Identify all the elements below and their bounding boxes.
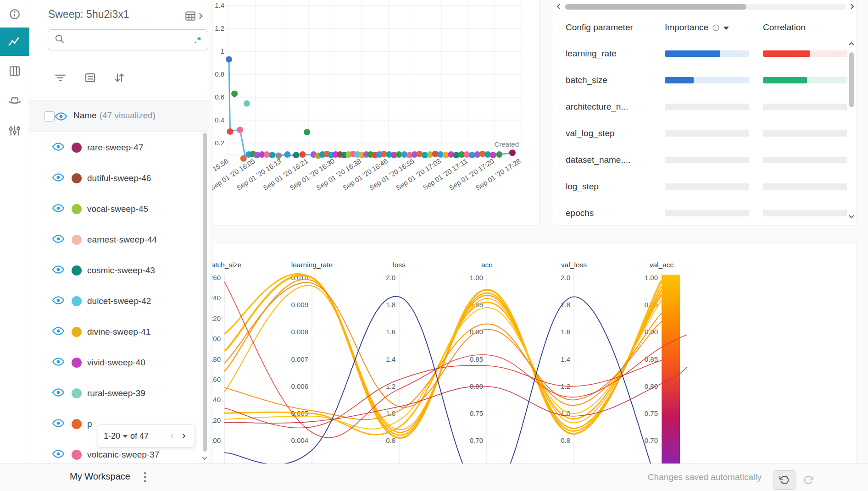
config-parameter-name: batch_size [566,75,607,85]
importance-row: architecture_n... [553,94,847,120]
importance-row: epochs [553,200,847,226]
scroll-down-chevron-icon[interactable] [201,455,208,463]
importance-row: val_log_step [553,120,847,147]
run-name[interactable]: vivid-sweep-40 [87,358,145,368]
run-visibility-eye-icon[interactable] [52,265,64,276]
page-size-caret-icon[interactable] [123,435,128,438]
svg-text:Created: Created [495,140,519,148]
svg-text:240: 240 [212,294,221,302]
scroll-down-chevron-icon[interactable] [848,213,855,222]
run-color-dot [72,265,82,276]
parallel-coordinates-chart[interactable]: batch_size260240220200180160140120100lea… [212,243,857,463]
importance-row: learning_rate [553,40,847,67]
vscrollbar-thumb[interactable] [849,52,854,107]
scroll-up-chevron-icon[interactable] [848,40,855,50]
scroll-right-chevron-icon[interactable] [848,3,856,12]
run-name[interactable]: cosmic-sweep-43 [87,265,155,276]
run-row[interactable]: rare-sweep-47 [29,132,209,163]
run-visibility-eye-icon[interactable] [52,204,64,214]
svg-text:0.85: 0.85 [645,355,658,363]
svg-text:1.4: 1.4 [215,1,224,9]
workspace-menu-kebab-icon[interactable] [143,471,147,485]
correlation-bar [763,77,847,83]
search-input[interactable] [69,35,189,44]
sliders-nav-icon[interactable] [0,116,29,145]
importance-sort-header[interactable]: Importance [665,22,729,33]
run-row[interactable]: rural-sweep-39 [29,378,209,408]
hscrollbar-thumb[interactable] [565,4,746,10]
run-row[interactable]: dulcet-sweep-42 [29,286,209,316]
charts-nav-icon[interactable] [0,28,29,56]
run-name[interactable]: rural-sweep-39 [87,388,145,398]
run-color-dot [72,419,82,429]
regex-toggle[interactable]: .* [194,34,201,45]
svg-text:0.8: 0.8 [561,436,570,444]
run-visibility-eye-icon[interactable] [52,358,64,368]
run-name[interactable]: dulcet-sweep-42 [87,296,151,306]
svg-text:0.007: 0.007 [291,355,308,363]
info-icon[interactable] [0,0,29,28]
run-visibility-eye-icon[interactable] [52,450,64,460]
page-range[interactable]: 1-20 [104,431,120,441]
run-name[interactable]: p [87,419,92,429]
run-name[interactable]: volcanic-sweep-37 [87,450,159,460]
workspace-name[interactable]: My Workspace [70,471,130,482]
sort-icon[interactable] [113,72,126,86]
redo-button[interactable] [797,470,819,490]
run-visibility-eye-icon[interactable] [52,327,64,337]
svg-text:1.00: 1.00 [645,274,658,281]
sweeps-hat-icon[interactable] [0,86,29,115]
run-row[interactable]: cosmic-sweep-43 [29,255,209,286]
svg-text:1.8: 1.8 [386,301,395,309]
importance-bar [665,50,749,57]
svg-text:0.2: 0.2 [215,139,224,147]
importance-hscrollbar [555,2,856,11]
run-name[interactable]: dutiful-sweep-46 [87,173,151,183]
run-visibility-eye-icon[interactable] [52,143,64,153]
run-visibility-eye-icon[interactable] [52,388,64,398]
svg-text:val_loss: val_loss [561,261,587,269]
run-visibility-eye-icon[interactable] [52,296,64,306]
visibility-all-eye-icon[interactable] [55,112,67,122]
run-row[interactable]: dutiful-sweep-46 [29,163,209,193]
created-chart[interactable]: 1.41.210.80.60.40.2Sep 01 '20 15:56Sep 0… [212,0,539,225]
run-row[interactable]: vivid-sweep-40 [29,347,209,378]
run-visibility-eye-icon[interactable] [52,235,64,245]
panels-nav-icon[interactable] [0,57,29,85]
wandb-sweep-workspace: Sweep: 5hu2i3x1 .* [0,0,868,491]
undo-button[interactable] [773,470,796,490]
run-row[interactable]: vocal-sweep-45 [29,193,209,224]
visualized-count: (47 visualized) [100,110,156,120]
svg-text:1: 1 [221,47,224,55]
expand-chevron-icon[interactable] [197,12,204,22]
config-parameter-name: log_step [566,182,599,192]
run-visibility-eye-icon[interactable] [52,173,64,183]
run-visibility-eye-icon[interactable] [52,419,64,429]
page-total: of 47 [130,431,149,441]
correlation-bar [763,50,847,57]
prev-page-button[interactable] [167,430,178,441]
sidebar-scrollbar[interactable] [203,133,207,452]
run-name[interactable]: earnest-sweep-44 [87,235,157,245]
next-page-button[interactable] [178,430,189,441]
config-parameter-name: epochs [566,208,594,218]
sweep-table-icon[interactable] [184,10,196,24]
svg-text:Sep 01 '20 17:03: Sep 01 '20 17:03 [395,157,442,192]
config-parameter-name: val_log_step [566,128,615,138]
runs-toolbar [29,69,209,89]
group-icon[interactable] [84,72,96,86]
run-row[interactable]: divine-sweep-41 [29,316,209,347]
filter-icon[interactable] [54,72,67,86]
importance-row: log_step [553,173,847,200]
run-name[interactable]: rare-sweep-47 [87,143,144,153]
svg-text:Sep 01 '20 16:21: Sep 01 '20 16:21 [262,157,309,192]
run-row[interactable]: earnest-sweep-44 [29,224,209,255]
svg-text:2.0: 2.0 [561,274,570,281]
select-all-checkbox[interactable] [45,111,55,121]
scroll-left-chevron-icon[interactable] [555,3,562,12]
importance-bar [665,183,749,190]
info-circle-icon [712,24,720,32]
runs-list: rare-sweep-47dutiful-sweep-46vocal-sweep… [29,132,209,463]
run-name[interactable]: divine-sweep-41 [87,327,150,337]
run-name[interactable]: vocal-sweep-45 [87,204,148,214]
